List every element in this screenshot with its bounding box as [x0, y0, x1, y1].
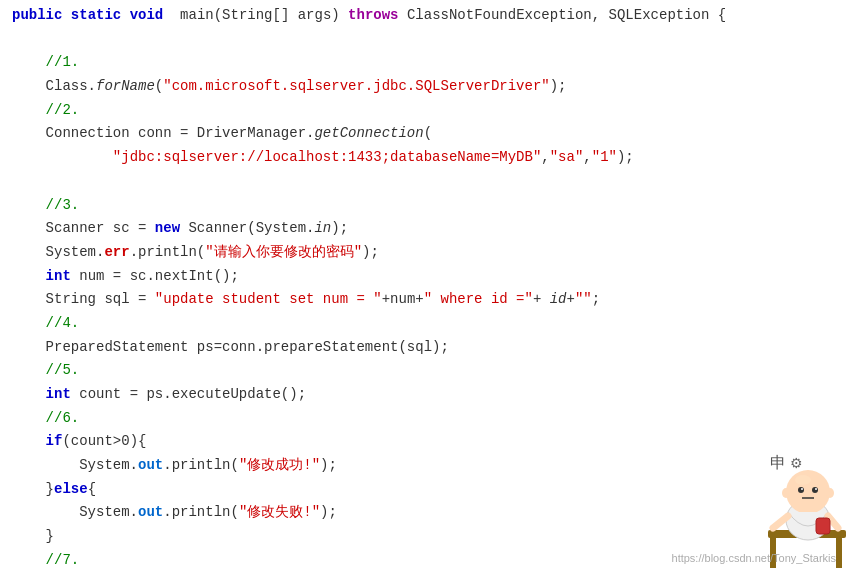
var-id: id — [550, 291, 567, 307]
comment-1: //1. — [46, 54, 80, 70]
code-line-comment3: //3. — [0, 194, 848, 218]
svg-point-7 — [812, 487, 818, 493]
string-driver: "com.microsoft.sqlserver.jdbc.SQLServerD… — [163, 78, 549, 94]
keyword-int1: int — [46, 268, 71, 284]
code-line-connection: Connection conn = DriverManager.getConne… — [0, 122, 848, 146]
svg-text:申: 申 — [770, 454, 786, 471]
comment-7: //7. — [46, 552, 80, 568]
code-line-scanner: Scanner sc = new Scanner(System.in); — [0, 217, 848, 241]
method-forname: forName — [96, 78, 155, 94]
comment-6: //6. — [46, 410, 80, 426]
string-jdbc: "jdbc:sqlserver://localhost:1433;databas… — [113, 149, 541, 165]
cartoon-character: 申 ⚙ — [708, 440, 848, 570]
system-in: in — [314, 220, 331, 236]
system-out1: out — [138, 457, 163, 473]
code-line-err-println: System.err.println("请输入你要修改的密码"); — [0, 241, 848, 265]
comment-2: //2. — [46, 102, 80, 118]
comment-4: //4. — [46, 315, 80, 331]
method-getconnection: getConnection — [314, 125, 423, 141]
code-line-num: int num = sc.nextInt(); — [0, 265, 848, 289]
code-line-comment1: //1. — [0, 51, 848, 75]
keyword-new: new — [155, 220, 180, 236]
code-line-count: int count = ps.executeUpdate(); — [0, 383, 848, 407]
keyword-static: static — [71, 7, 121, 23]
svg-rect-15 — [816, 518, 830, 534]
string-sa: "sa" — [550, 149, 584, 165]
code-line-comment4: //4. — [0, 312, 848, 336]
method-main: main(String[] args) — [172, 7, 348, 23]
exception-list: ClassNotFoundException, SQLException { — [399, 7, 727, 23]
comment-5: //5. — [46, 362, 80, 378]
keyword-void: void — [130, 7, 164, 23]
string-sql2: " where id =" — [424, 291, 533, 307]
code-line-prepared: PreparedStatement ps=conn.prepareStateme… — [0, 336, 848, 360]
keyword-int2: int — [46, 386, 71, 402]
svg-text:⚙: ⚙ — [790, 455, 803, 471]
code-editor: public static void main(String[] args) t… — [0, 0, 848, 570]
code-line-sql: String sql = "update student set num = "… — [0, 288, 848, 312]
code-line-blank2 — [0, 170, 848, 194]
svg-rect-2 — [836, 538, 842, 568]
svg-point-6 — [798, 487, 804, 493]
code-line-blank1 — [0, 28, 848, 52]
code-line-jdbc: "jdbc:sqlserver://localhost:1433;databas… — [0, 146, 848, 170]
keyword-throws: throws — [348, 7, 398, 23]
string-fail: "修改失败!" — [239, 504, 320, 520]
svg-point-11 — [782, 488, 790, 498]
svg-line-13 — [773, 516, 788, 528]
code-line-comment2: //2. — [0, 99, 848, 123]
string-password: "1" — [592, 149, 617, 165]
code-line-comment5: //5. — [0, 359, 848, 383]
system-out2: out — [138, 504, 163, 520]
string-prompt: "请输入你要修改的密码" — [205, 244, 362, 260]
keyword-public: public — [12, 7, 62, 23]
svg-point-5 — [795, 475, 811, 485]
string-sql1: "update student set num = " — [155, 291, 382, 307]
string-success: "修改成功!" — [239, 457, 320, 473]
system-err: err — [104, 244, 129, 260]
comment-3: //3. — [46, 197, 80, 213]
keyword-if: if — [46, 433, 63, 449]
code-line-comment6: //6. — [0, 407, 848, 431]
svg-point-12 — [826, 488, 834, 498]
string-sql3: "" — [575, 291, 592, 307]
code-line-forname: Class.forName("com.microsoft.sqlserver.j… — [0, 75, 848, 99]
code-line-1: public static void main(String[] args) t… — [0, 4, 848, 28]
keyword-else: else — [54, 481, 88, 497]
svg-point-8 — [801, 488, 803, 490]
watermark: https://blog.csdn.net/Tony_Starkis — [672, 552, 836, 564]
cartoon-svg: 申 ⚙ — [708, 440, 848, 570]
svg-point-9 — [815, 488, 817, 490]
